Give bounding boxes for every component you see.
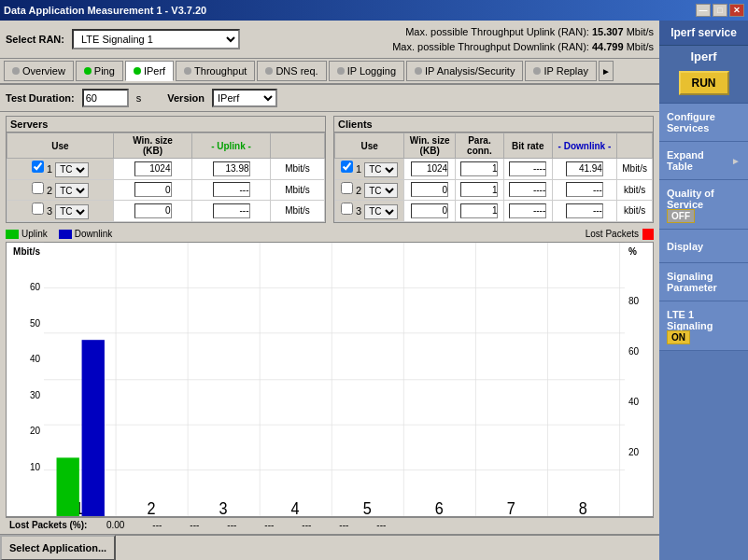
minimize-button[interactable]: — <box>696 4 711 17</box>
client-winsize-2[interactable] <box>411 182 448 197</box>
server-unit-3: Mbit/s <box>271 201 325 222</box>
qos-badge: OFF <box>667 209 695 223</box>
ran-select[interactable]: LTE Signaling 1 <box>72 29 240 49</box>
client-proto-1[interactable]: TCP <box>364 162 398 177</box>
sidebar-header: Iperf service <box>659 21 748 46</box>
server-col-use: Use <box>7 133 114 159</box>
client-value-2[interactable] <box>566 182 603 197</box>
server-value-3[interactable] <box>213 203 250 218</box>
tab-dot-throughput <box>184 67 191 75</box>
server-proto-1[interactable]: TCP <box>55 162 89 177</box>
y-label-60: 60 <box>30 282 40 292</box>
uplink-throughput: Max. possible Throughput Uplink (RAN): 1… <box>392 24 654 39</box>
clients-section: Clients Use Win. size(KB) Para.conn. Bit… <box>333 116 654 223</box>
sidebar-item-display[interactable]: Display <box>659 230 748 263</box>
version-select[interactable]: IPerf IPerf3 <box>212 89 277 107</box>
server-cb-3[interactable] <box>32 203 44 215</box>
title-bar: Data Application Measurement 1 - V3.7.20… <box>0 0 748 21</box>
server-unit-1: Mbit/s <box>271 159 325 180</box>
close-button[interactable]: ✕ <box>729 4 744 17</box>
tab-ip-logging[interactable]: IP Logging <box>329 61 404 81</box>
server-col-uplink: - Uplink - <box>191 133 270 159</box>
svg-text:7: 7 <box>507 498 515 516</box>
tab-ip-replay[interactable]: IP Replay <box>525 61 597 81</box>
client-para-2[interactable] <box>460 182 498 197</box>
iperf-label: Iperf <box>690 49 716 63</box>
tab-ip-analysis[interactable]: IP Analysis/Security <box>406 61 523 81</box>
y-axis-right: % 80 60 40 20 <box>625 243 653 517</box>
client-row-2: 2 TCP kbit/s <box>335 179 653 201</box>
servers-section: Servers Use Win. size(KB) - Uplink - 1 T <box>6 116 326 223</box>
client-unit-2: kbit/s <box>617 179 653 201</box>
client-col-downlink: - Downlink - <box>552 133 616 159</box>
tab-ping[interactable]: Ping <box>76 61 123 81</box>
client-col-winsize: Win. size(KB) <box>404 133 456 159</box>
server-value-2[interactable] <box>213 182 250 197</box>
sidebar-item-qos[interactable]: Quality of Service OFF <box>659 180 748 230</box>
client-bitrate-2[interactable] <box>509 182 546 197</box>
client-para-3[interactable] <box>460 203 498 218</box>
tab-throughput[interactable]: Throughput <box>176 61 255 81</box>
svg-text:4: 4 <box>291 498 300 516</box>
select-application-button[interactable]: Select Application... <box>0 535 116 560</box>
qos-label: Quality of Service <box>667 188 741 210</box>
server-winsize-2[interactable] <box>134 182 172 197</box>
client-para-1[interactable] <box>460 161 498 176</box>
server-winsize-3[interactable] <box>134 203 172 218</box>
server-winsize-1[interactable] <box>134 161 172 176</box>
svg-text:3: 3 <box>219 498 227 516</box>
client-col-use: Use <box>335 133 404 159</box>
lp-val-7: --- <box>315 520 348 530</box>
right-sidebar: Iperf service Iperf RUN Configure Servic… <box>659 21 748 560</box>
sidebar-item-signaling-param[interactable]: Signaling Parameter <box>659 263 748 301</box>
y-label-30: 30 <box>30 390 40 400</box>
downlink-throughput: Max. possible Throughput Downlink (RAN):… <box>392 39 654 54</box>
lp-val-3: --- <box>165 520 199 530</box>
uplink-legend-label: Uplink <box>21 229 48 239</box>
downlink-legend-color <box>59 230 72 239</box>
lp-val-6: --- <box>277 520 311 530</box>
lost-packets-bar: Lost Packets (%): 0.00 --- --- --- --- -… <box>6 517 654 532</box>
client-proto-2[interactable]: TCP <box>364 183 398 198</box>
client-winsize-3[interactable] <box>411 203 448 218</box>
sidebar-item-expand[interactable]: Expand Table ► <box>659 142 748 180</box>
tab-dot-overview <box>12 67 20 75</box>
uplink-legend: Uplink <box>6 229 48 239</box>
server-proto-2[interactable]: TCP <box>55 183 89 198</box>
duration-label: Test Duration: <box>6 92 75 104</box>
chart-svg: 1 2 3 4 5 6 7 8 <box>44 243 625 517</box>
server-value-1[interactable] <box>213 161 250 176</box>
duration-input[interactable] <box>82 89 129 107</box>
lp-val-1: 0.00 <box>91 520 124 530</box>
client-cb-1[interactable] <box>341 161 353 173</box>
maximize-button[interactable]: □ <box>713 4 727 17</box>
sidebar-item-lte-signaling[interactable]: LTE 1 Signaling ON <box>659 301 748 351</box>
server-col-unit <box>271 133 325 159</box>
lp-val-4: --- <box>203 520 236 530</box>
tab-overview[interactable]: Overview <box>4 61 74 81</box>
tab-dns[interactable]: DNS req. <box>257 61 326 81</box>
run-button[interactable]: RUN <box>679 71 729 95</box>
sidebar-item-configure[interactable]: Configure Services <box>659 104 748 142</box>
client-value-3[interactable] <box>566 203 603 218</box>
server-cb-2[interactable] <box>32 182 44 194</box>
client-bitrate-3[interactable] <box>509 203 546 218</box>
tab-dot-iperf <box>134 67 141 75</box>
tabs-scroll-right[interactable]: ► <box>599 61 614 81</box>
server-cb-1[interactable] <box>32 161 44 173</box>
title-buttons: — □ ✕ <box>696 4 744 17</box>
client-winsize-1[interactable] <box>411 161 448 176</box>
configure-services-label: Configure Services <box>667 111 741 133</box>
server-proto-3[interactable]: TCP <box>55 204 89 219</box>
client-cb-3[interactable] <box>341 203 353 215</box>
client-cb-2[interactable] <box>341 182 353 194</box>
tab-iperf[interactable]: IPerf <box>125 61 174 81</box>
svg-text:6: 6 <box>435 498 444 516</box>
servers-title: Servers <box>7 117 325 133</box>
client-bitrate-1[interactable] <box>509 161 546 176</box>
client-proto-3[interactable]: TCP <box>364 204 398 219</box>
bar-uplink <box>57 457 79 516</box>
client-value-1[interactable] <box>566 161 603 176</box>
lost-packets-color <box>642 229 654 240</box>
downlink-legend-label: Downlink <box>75 229 113 239</box>
